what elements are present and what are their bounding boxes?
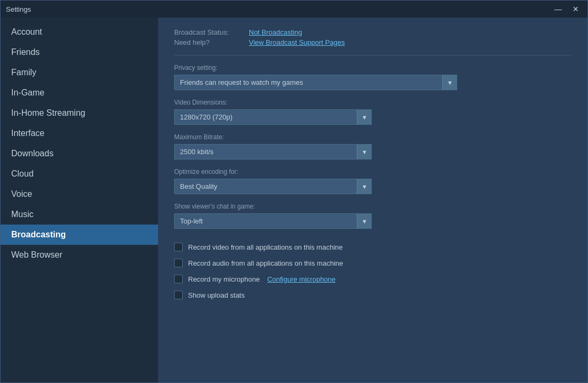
sidebar-item-downloads[interactable]: Downloads (1, 143, 158, 164)
minimize-button[interactable]: — (551, 4, 565, 14)
show-chat-section: Show viewer's chat in game: Top-leftTop-… (174, 203, 571, 229)
show-chat-select[interactable]: Top-leftTop-rightBottom-leftBottom-right… (174, 213, 372, 229)
show-chat-wrapper: Top-leftTop-rightBottom-leftBottom-right… (174, 213, 372, 229)
checkbox-record-audio-label: Record audio from all applications on th… (188, 259, 343, 267)
window-controls: — ✕ (551, 4, 582, 14)
view-broadcast-support-link[interactable]: View Broadcast Support Pages (249, 38, 345, 46)
spacer (174, 237, 571, 243)
privacy-setting-select[interactable]: Friends can request to watch my gamesAny… (174, 75, 457, 90)
need-help-row: Need help? View Broadcast Support Pages (174, 38, 571, 46)
optimize-encoding-select[interactable]: Best QualityBest PerformanceBalanced (174, 179, 372, 194)
checkbox-record-microphone[interactable] (174, 275, 183, 283)
divider-1 (174, 55, 571, 55)
need-help-label: Need help? (174, 38, 249, 46)
checkbox-record-video-label: Record video from all applications on th… (188, 243, 343, 251)
not-broadcasting-link[interactable]: Not Broadcasting (249, 28, 302, 36)
privacy-setting-label: Privacy setting: (174, 64, 571, 71)
broadcast-status-row: Broadcast Status: Not Broadcasting (174, 28, 571, 36)
checkbox-record-video-row: Record video from all applications on th… (174, 243, 571, 251)
sidebar-item-interface[interactable]: Interface (1, 123, 158, 143)
broadcast-status-label: Broadcast Status: (174, 28, 249, 36)
optimize-encoding-label: Optimize encoding for: (174, 168, 571, 175)
sidebar-item-broadcasting[interactable]: Broadcasting (1, 225, 158, 245)
sidebar-item-music[interactable]: Music (1, 204, 158, 225)
close-button[interactable]: ✕ (569, 4, 582, 14)
video-dimensions-select[interactable]: 1280x720 (720p)1920x1080 (1080p)852x480 … (174, 109, 372, 125)
sidebar-item-friends[interactable]: Friends (1, 42, 158, 62)
video-dimensions-label: Video Dimensions: (174, 99, 571, 106)
configure-microphone-link[interactable]: Configure microphone (267, 275, 335, 283)
checkbox-show-upload-stats[interactable] (174, 291, 183, 299)
title-bar: Settings — ✕ (1, 1, 587, 18)
video-dimensions-wrapper: 1280x720 (720p)1920x1080 (1080p)852x480 … (174, 109, 372, 125)
checkbox-show-upload-stats-label: Show upload stats (188, 291, 245, 299)
checkbox-show-upload-stats-row: Show upload stats (174, 291, 571, 299)
checkbox-record-audio-row: Record audio from all applications on th… (174, 259, 571, 267)
max-bitrate-label: Maximum Bitrate: (174, 133, 571, 141)
main-panel: Broadcast Status: Not Broadcasting Need … (158, 18, 587, 382)
sidebar-item-account[interactable]: Account (1, 22, 158, 42)
sidebar-item-voice[interactable]: Voice (1, 184, 158, 204)
sidebar-item-in-game[interactable]: In-Game (1, 83, 158, 103)
sidebar-item-family[interactable]: Family (1, 62, 158, 83)
privacy-setting-section: Privacy setting: Friends can request to … (174, 64, 571, 90)
video-dimensions-section: Video Dimensions: 1280x720 (720p)1920x10… (174, 99, 571, 125)
window-title: Settings (6, 5, 31, 13)
sidebar-item-cloud[interactable]: Cloud (1, 164, 158, 184)
max-bitrate-wrapper: 500 kbit/s1000 kbit/s2500 kbit/s5000 kbi… (174, 144, 372, 159)
settings-window: Settings — ✕ Account Friends Family In-G… (0, 0, 588, 383)
optimize-encoding-wrapper: Best QualityBest PerformanceBalanced ▼ (174, 179, 372, 194)
optimize-encoding-section: Optimize encoding for: Best QualityBest … (174, 168, 571, 194)
checkbox-record-audio[interactable] (174, 259, 183, 267)
sidebar-item-web-browser[interactable]: Web Browser (1, 245, 158, 265)
privacy-setting-wrapper: Friends can request to watch my gamesAny… (174, 75, 457, 90)
checkbox-record-microphone-row: Record my microphone Configure microphon… (174, 275, 571, 283)
checkbox-record-microphone-label: Record my microphone (188, 275, 260, 283)
checkbox-record-video[interactable] (174, 243, 183, 251)
max-bitrate-section: Maximum Bitrate: 500 kbit/s1000 kbit/s25… (174, 133, 571, 159)
max-bitrate-select[interactable]: 500 kbit/s1000 kbit/s2500 kbit/s5000 kbi… (174, 144, 372, 159)
show-chat-label: Show viewer's chat in game: (174, 203, 571, 210)
sidebar-item-in-home-streaming[interactable]: In-Home Streaming (1, 103, 158, 123)
sidebar: Account Friends Family In-Game In-Home S… (1, 18, 158, 382)
main-content: Account Friends Family In-Game In-Home S… (1, 18, 587, 382)
